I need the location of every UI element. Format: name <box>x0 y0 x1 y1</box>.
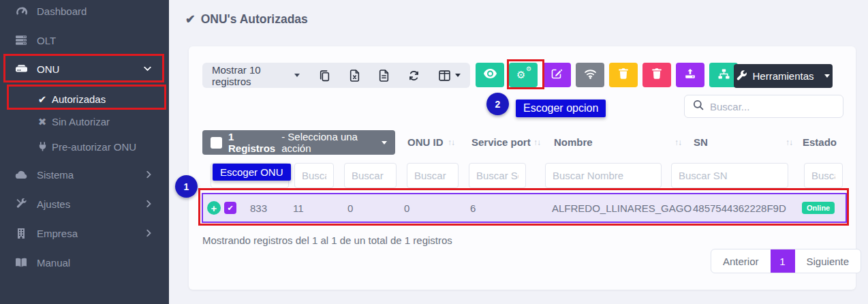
status-badge: Online <box>802 202 835 214</box>
table-toolbar: Mostrar 10 registros <box>202 63 470 88</box>
filter-input-onu-id[interactable] <box>407 163 459 188</box>
select-action-dropdown[interactable]: 1 Registros - Selecciona una acción <box>202 130 395 155</box>
sidebar-item-label: Empresa <box>37 228 78 239</box>
caret-down-icon <box>455 74 461 77</box>
caret-down-icon <box>294 74 300 77</box>
entries-dropdown-label: Mostrar 10 registros <box>212 64 290 87</box>
sort-icon[interactable]: ↑↓ <box>448 138 454 147</box>
sidebar-item-ajustes[interactable]: Ajustes <box>0 194 169 214</box>
filter-input-sn[interactable] <box>671 163 788 188</box>
filter-input-nombre[interactable] <box>545 163 662 188</box>
column-header-service-port[interactable]: Service port <box>471 136 531 149</box>
sidebar-item-onu[interactable]: ONU <box>0 59 169 79</box>
annotation-step-2-badge: 2 <box>486 93 509 115</box>
sidebar: Dashboard OLT ONU ✔ Autorizadas ✖ Sin Au… <box>0 0 169 304</box>
chevron-right-icon <box>146 200 151 208</box>
view-onu-button[interactable] <box>476 63 504 87</box>
pagination-next-button[interactable]: Siguiente <box>795 249 861 273</box>
copy-button[interactable] <box>319 70 330 82</box>
sort-icon[interactable]: ↑↓ <box>786 138 792 147</box>
select-action-label: - Selecciona una acción <box>281 131 371 154</box>
column-header-sn[interactable]: SN <box>694 136 708 149</box>
cogs-icon: ⚙⚙ <box>516 69 530 81</box>
sidebar-item-olt[interactable]: OLT <box>0 30 169 50</box>
sidebar-item-label: Sin Autorizar <box>52 116 110 127</box>
delete-button[interactable] <box>642 63 671 87</box>
trash-icon <box>652 68 662 82</box>
refresh-button[interactable] <box>408 70 420 81</box>
tools-dropdown-label: Herramientas <box>752 70 813 82</box>
delete-warning-button[interactable] <box>609 63 638 87</box>
sidebar-item-sin-autorizar[interactable]: ✖ Sin Autorizar <box>0 111 169 132</box>
plug-icon <box>36 141 48 152</box>
trash-icon <box>619 68 628 82</box>
selected-count: 1 Registros <box>228 131 275 154</box>
sidebar-item-manual[interactable]: Manual <box>0 252 169 273</box>
tools-dropdown-button[interactable]: Herramientas <box>734 64 833 88</box>
configure-onu-button[interactable]: ⚙⚙ <box>509 63 538 87</box>
eye-icon <box>484 69 497 81</box>
filter-input-estado[interactable] <box>804 163 843 188</box>
wifi-icon <box>584 69 597 82</box>
edit-onu-button[interactable] <box>542 63 571 87</box>
gauge-icon <box>14 5 29 17</box>
column-header-nombre[interactable]: Nombre <box>554 136 593 149</box>
filter-input-service-port[interactable] <box>469 163 526 188</box>
row-cell: 0 <box>404 202 409 214</box>
sidebar-item-label: Autorizadas <box>52 93 106 105</box>
search-icon <box>693 100 704 113</box>
pagination-prev-button[interactable]: Anterior <box>711 249 771 273</box>
filter-input-2[interactable] <box>294 163 334 188</box>
sidebar-item-autorizadas[interactable]: ✔ Autorizadas <box>0 89 169 109</box>
sidebar-item-label: Sistema <box>37 169 74 181</box>
expand-row-icon[interactable]: + <box>207 201 221 215</box>
pagination-page-1[interactable]: 1 <box>771 249 795 273</box>
pagination: Anterior 1 Siguiente <box>711 249 861 273</box>
caret-down-icon <box>382 141 387 145</box>
chevron-down-icon <box>144 67 151 72</box>
column-header-onu-id[interactable]: ONU ID <box>407 136 444 149</box>
chevron-right-icon <box>146 230 151 237</box>
caret-down-icon <box>824 74 830 78</box>
row-cell-nombre: ALFREDO_LLINARES_GAGO <box>552 202 692 214</box>
sidebar-item-label: Ajustes <box>37 198 70 210</box>
column-header-estado[interactable]: Estado <box>803 136 837 149</box>
sidebar-item-dashboard[interactable]: Dashboard <box>0 1 169 21</box>
columns-visibility-button[interactable] <box>439 70 461 81</box>
row-cell: 0 <box>347 202 353 214</box>
sidebar-item-sistema[interactable]: Sistema <box>0 164 169 185</box>
row-cell: 11 <box>293 202 304 214</box>
sidebar-item-pre-autorizar[interactable]: Pre-autorizar ONU <box>0 136 169 157</box>
server-icon <box>14 35 29 46</box>
row-cell-onu-id: 6 <box>470 202 476 214</box>
chevron-right-icon <box>146 171 151 179</box>
page-title: ✔ ONU's Autorizadas <box>185 12 308 27</box>
entries-dropdown[interactable]: Mostrar 10 registros <box>212 64 300 87</box>
wrench-icon <box>737 70 747 82</box>
annotation-step-1-badge: 1 <box>175 175 198 198</box>
check-icon: ✔ <box>36 94 48 104</box>
sort-icon[interactable]: ↑↓ <box>675 138 681 147</box>
row-cell-sn: 4857544362228F9D <box>693 202 786 214</box>
upload-button[interactable] <box>676 63 704 87</box>
sort-icon[interactable]: ↑↓ <box>533 138 540 147</box>
wifi-button[interactable] <box>576 63 604 87</box>
row-cell: 833 <box>250 202 267 214</box>
export-file-button[interactable] <box>379 70 389 82</box>
sidebar-item-label: ONU <box>37 63 59 75</box>
select-all-checkbox[interactable] <box>211 137 222 149</box>
records-summary: Mostrando registros del 1 al 1 de un tot… <box>202 234 452 246</box>
sidebar-item-label: Manual <box>37 257 70 269</box>
filter-input-3[interactable] <box>344 163 397 188</box>
building-icon <box>14 228 29 239</box>
book-icon <box>14 258 29 268</box>
sidebar-item-empresa[interactable]: Empresa <box>0 223 169 243</box>
sidebar-item-label: Pre-autorizar ONU <box>52 141 136 153</box>
search-input[interactable] <box>710 101 846 112</box>
annotation-step-1-label: Escoger ONU <box>213 164 291 181</box>
table-row[interactable]: + ✔ 833 11 0 0 6 ALFREDO_LLINARES_GAGO 4… <box>202 193 847 223</box>
export-excel-button[interactable] <box>350 70 360 82</box>
onu-device-icon <box>14 63 29 74</box>
sidebar-item-label: OLT <box>37 35 56 46</box>
row-checkbox[interactable]: ✔ <box>224 202 236 214</box>
